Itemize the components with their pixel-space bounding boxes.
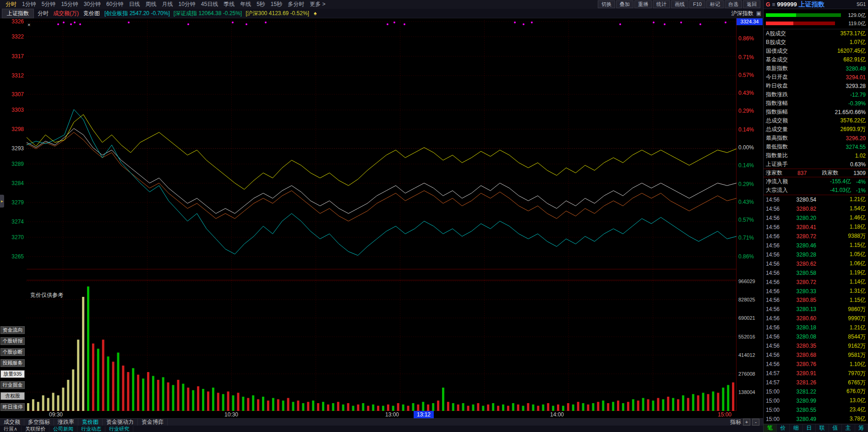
side-button[interactable]: 个股研报 — [0, 337, 25, 345]
toolbar-button[interactable]: 切换 — [598, 0, 615, 8]
side-button[interactable]: 昨日涨停 — [0, 403, 25, 411]
tick-row: 14:563280.201.46亿 — [764, 213, 868, 223]
indicator-tab[interactable]: 资金博弈 — [138, 419, 168, 426]
side-button[interactable]: 行业掘金 — [0, 381, 25, 389]
quote-panel-header: G ≡ 999999 上证指数 SG1 — [764, 0, 868, 9]
view-mode-item[interactable]: 分时 — [38, 10, 49, 17]
intraday-chart-svg[interactable] — [27, 18, 737, 411]
indicator-tab[interactable]: 多空指标 — [24, 419, 54, 426]
indicator-tab[interactable]: 竞价图 — [78, 419, 103, 426]
view-mode-item[interactable]: 竞价图 — [83, 10, 100, 17]
stat-value: 3576.22亿 — [841, 117, 866, 125]
menu-item-period[interactable]: 日线 — [126, 0, 142, 8]
menu-item-period[interactable]: 更多 > — [307, 0, 328, 8]
side-button[interactable]: 放量935 — [0, 370, 25, 378]
stat-label: 总成交量 — [766, 126, 788, 133]
panel-tab[interactable]: 值 — [829, 424, 842, 432]
toolbar-button[interactable]: 自选 — [725, 0, 742, 8]
menu-item-period[interactable]: 年线 — [237, 0, 254, 8]
view-mode-item[interactable]: 成交额(万) — [53, 10, 79, 17]
overlay-index-chip[interactable]: [沪深300 4123.69 -0.52%] — [246, 10, 309, 17]
menu-item-period[interactable]: 5秒 — [254, 0, 268, 8]
panel-tab[interactable]: 筹 — [855, 424, 868, 432]
menu-item-period[interactable]: 分时 — [3, 0, 19, 8]
toolbar-button[interactable]: 标记 — [706, 0, 724, 8]
percent-axis-label: 0.71% — [738, 54, 754, 60]
g-logo[interactable]: G — [766, 1, 770, 8]
time-axis-label: 10:30 — [221, 411, 241, 418]
tick-row: 14:563280.581.19亿 — [764, 268, 868, 278]
tick-price: 3280.60 — [786, 315, 816, 322]
toolbar-button[interactable]: 统计 — [653, 0, 670, 8]
close-icon[interactable]: × — [27, 22, 30, 27]
zoom-out-button[interactable]: - — [752, 419, 759, 426]
menu-item-period[interactable]: 60分钟 — [104, 0, 126, 8]
tick-time: 14:56 — [766, 315, 786, 322]
menu-icon[interactable]: ≡ — [772, 1, 775, 8]
toolbar-button[interactable]: F10 — [689, 0, 705, 8]
stat-row: 最高指数3296.20 — [764, 134, 868, 142]
toolbar-button[interactable]: 返回 — [743, 0, 760, 8]
news-tab[interactable]: 行展∧ — [0, 426, 22, 432]
signal-dots — [57, 22, 726, 25]
tick-price: 3280.33 — [786, 288, 816, 295]
tick-price: 3280.68 — [786, 352, 816, 358]
news-tab[interactable]: 行业动态 — [77, 426, 105, 432]
news-tab[interactable]: 公司新闻 — [49, 426, 77, 432]
indicator-tab[interactable]: 涨跌率 — [54, 419, 78, 426]
menu-item-period[interactable]: 10分钟 — [175, 0, 198, 8]
gauge-value: 119.0亿 — [848, 20, 866, 27]
toolbar-button[interactable]: 重播 — [634, 0, 652, 8]
menu-item-period[interactable]: 1分钟 — [19, 0, 39, 8]
percent-axis-label: 0.29% — [738, 181, 754, 187]
series-cyan-line — [27, 109, 737, 256]
menu-item-period[interactable]: 季线 — [221, 0, 237, 8]
menu-item-period[interactable]: 多分时 — [285, 0, 307, 8]
tick-list[interactable]: 14:563280.541.21亿14:563280.821.54亿14:563… — [764, 195, 868, 424]
panel-tab[interactable]: 联 — [816, 424, 829, 432]
net-inflow-row: 净流入额 -155.4亿 -4% — [764, 177, 868, 186]
overlay-index-chip[interactable]: [深证成指 12064.38 -0.25%] — [174, 10, 242, 17]
side-button[interactable]: 个股诊断 — [0, 348, 25, 356]
overlay-index-chip[interactable]: [创业板指 2547.20 -0.70%] — [104, 10, 170, 17]
stat-row: 指数振幅21.65/0.66% — [764, 108, 868, 116]
menu-item-period[interactable]: 15秒 — [268, 0, 285, 8]
toolbar-button[interactable]: 画线 — [671, 0, 688, 8]
stat-label: 昨日收盘 — [766, 82, 788, 90]
symbol-tab[interactable]: 上证指数 — [2, 9, 34, 18]
menu-item-period[interactable]: 30分钟 — [81, 0, 104, 8]
menu-item-period[interactable]: 周线 — [142, 0, 159, 8]
tick-row: 15:003280.5523.4亿 — [764, 405, 868, 415]
indicator-menu-label[interactable]: 指标 — [730, 418, 741, 426]
indicator-tab[interactable]: 成交额 — [0, 419, 24, 426]
menu-item-period[interactable]: 5分钟 — [39, 0, 59, 8]
menu-item-period[interactable]: 15分钟 — [58, 0, 81, 8]
panel-tab[interactable]: 细 — [790, 424, 803, 432]
panel-tab[interactable]: 日 — [803, 424, 816, 432]
toolbar-button[interactable]: 叠加 — [616, 0, 633, 8]
gauge-value: 129.0亿 — [848, 12, 866, 19]
side-button[interactable]: 投顾服务 — [0, 359, 25, 367]
news-tab[interactable]: 行业研究 — [105, 426, 133, 432]
stat-value: 3280.49 — [846, 66, 866, 72]
menu-item-period[interactable]: 月线 — [159, 0, 175, 8]
panel-tab[interactable]: 主 — [842, 424, 855, 432]
panel-page-icon[interactable]: ▣ — [756, 10, 761, 16]
panel-tab[interactable]: 笔 — [764, 424, 777, 432]
zoom-in-button[interactable]: + — [743, 419, 750, 426]
stat-row: 最低指数3274.55 — [764, 142, 868, 151]
percent-axis-label: 0.43% — [738, 90, 754, 96]
panel-tab[interactable]: 价 — [777, 424, 790, 432]
stat-label: 指数振幅 — [766, 108, 788, 116]
menu-item-period[interactable]: 45日线 — [198, 0, 221, 8]
side-button[interactable]: 资金流向 — [0, 326, 25, 334]
stat-row: 指数涨跌-12.79 — [764, 90, 868, 99]
indicator-tab[interactable]: 资金驱动力 — [103, 419, 138, 426]
sidebar-expander-handle[interactable]: ▸ — [0, 195, 4, 208]
tick-time: 14:56 — [766, 361, 786, 367]
index-group-label[interactable]: 沪深指数 — [732, 10, 753, 17]
news-tab[interactable]: 关联报价 — [22, 426, 49, 432]
side-button[interactable]: 含权股 — [0, 392, 25, 400]
stat-label: 指数涨跌 — [766, 91, 788, 98]
stat-value: 3274.55 — [846, 144, 866, 150]
